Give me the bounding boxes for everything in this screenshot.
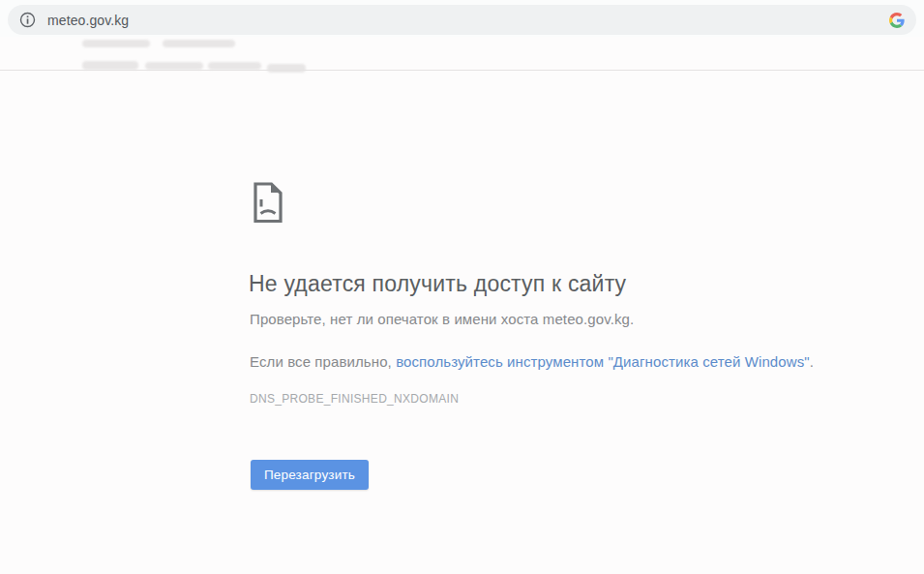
info-icon[interactable] — [19, 12, 36, 28]
browser-toolbar: meteo.gov.kg — [0, 0, 924, 37]
browser-window: meteo.gov.kg Не удается получить доступ — [0, 0, 924, 574]
loading-artifact — [145, 62, 203, 70]
reload-button[interactable]: Перезагрузить — [251, 460, 369, 490]
toolbar-divider — [0, 70, 924, 71]
error-code: DNS_PROBE_FINISHED_NXDOMAIN — [250, 392, 459, 406]
loading-artifact — [82, 40, 150, 47]
hint-suffix: . — [810, 353, 814, 370]
error-title: Не удается получить доступ к сайту — [249, 271, 626, 297]
loading-artifact — [267, 64, 306, 73]
loading-artifact — [82, 61, 138, 70]
error-hint-line1: Проверьте, нет ли опечаток в имени хоста… — [250, 311, 634, 327]
error-hint-line2: Если все правильно, воспользуйтесь инстр… — [250, 353, 814, 370]
url-text[interactable]: meteo.gov.kg — [47, 13, 889, 28]
loading-artifact — [163, 40, 235, 47]
hint-prefix: Если все правильно, — [250, 353, 396, 370]
sad-file-icon — [251, 181, 283, 227]
diagnostics-link[interactable]: воспользуйтесь инструментом "Диагностика… — [396, 353, 810, 370]
address-bar[interactable]: meteo.gov.kg — [8, 5, 916, 35]
loading-artifact — [208, 62, 261, 70]
google-g-icon[interactable] — [889, 13, 905, 28]
